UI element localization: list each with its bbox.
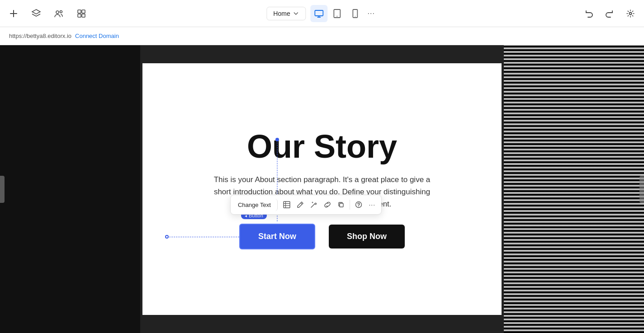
undo-button[interactable]	[581, 5, 597, 22]
toolbar-divider	[350, 200, 350, 210]
svg-rect-6	[82, 10, 85, 13]
selection-line-dot	[165, 235, 169, 239]
page-selector[interactable]: Home	[266, 7, 306, 20]
svg-line-21	[301, 203, 302, 204]
toolbar-left	[5, 5, 90, 22]
svg-point-4	[60, 10, 62, 13]
svg-rect-17	[284, 202, 290, 208]
more-dots-icon: ···	[369, 201, 375, 208]
toolbar-right	[581, 5, 639, 22]
page-name: Home	[273, 10, 290, 17]
canvas-area: Our Story This is your About section par…	[0, 45, 644, 333]
pen-toolbar-icon[interactable]	[294, 198, 307, 211]
svg-rect-9	[315, 10, 323, 16]
copy-toolbar-icon[interactable]	[335, 198, 347, 211]
layers-button[interactable]	[28, 5, 44, 22]
svg-rect-8	[82, 14, 85, 17]
redo-button[interactable]	[601, 5, 618, 22]
settings-button[interactable]	[622, 5, 639, 22]
wand-toolbar-icon[interactable]	[308, 198, 320, 211]
change-text-button[interactable]: Change Text	[233, 199, 278, 211]
scroll-handle-left[interactable]	[0, 176, 5, 203]
top-toolbar: Home ···	[0, 0, 644, 27]
svg-marker-2	[32, 9, 40, 14]
dashed-top-dot	[275, 138, 279, 141]
link-toolbar-icon[interactable]	[321, 198, 334, 211]
buttons-row: ◂ Button Change Text	[239, 224, 405, 249]
mobile-view-button[interactable]	[347, 5, 364, 22]
more-icon: ···	[368, 9, 375, 18]
svg-point-3	[56, 11, 59, 14]
address-bar: https://bettya8.editorx.io Connect Domai…	[0, 27, 644, 45]
connect-domain-link[interactable]: Connect Domain	[75, 33, 119, 39]
start-now-button[interactable]: Start Now	[239, 224, 315, 249]
bg-left-panel	[0, 45, 140, 333]
add-button[interactable]	[5, 5, 22, 22]
svg-rect-7	[78, 14, 81, 17]
svg-line-22	[311, 204, 315, 207]
team-button[interactable]	[51, 5, 67, 22]
start-btn-container: ◂ Button Change Text	[239, 224, 315, 249]
more-toolbar-icon[interactable]: ···	[366, 198, 379, 211]
story-title: Our Story	[247, 129, 397, 164]
scroll-handle-right[interactable]	[639, 176, 644, 203]
more-options-button[interactable]: ···	[365, 5, 378, 22]
svg-point-13	[337, 16, 338, 17]
svg-rect-26	[340, 203, 343, 207]
desktop-view-button[interactable]	[311, 5, 328, 22]
pages-button[interactable]	[73, 5, 90, 22]
toolbar-popup: Change Text	[230, 195, 382, 215]
view-icons: ···	[311, 5, 378, 22]
svg-marker-23	[315, 203, 317, 205]
content-panel: Our Story This is your About section par…	[142, 63, 502, 315]
svg-point-28	[358, 206, 359, 207]
shop-now-button[interactable]: Shop Now	[329, 225, 405, 249]
toolbar-center: Home ···	[266, 5, 377, 22]
help-toolbar-icon[interactable]	[352, 198, 365, 211]
bg-stripes	[504, 45, 644, 333]
table-toolbar-icon[interactable]	[280, 198, 293, 211]
tablet-view-button[interactable]	[329, 5, 346, 22]
svg-point-15	[355, 16, 356, 17]
selection-line	[167, 237, 239, 237]
bg-right-panel	[504, 45, 644, 333]
svg-rect-5	[78, 10, 81, 13]
site-url: https://bettya8.editorx.io	[9, 33, 71, 39]
svg-point-16	[630, 12, 632, 14]
